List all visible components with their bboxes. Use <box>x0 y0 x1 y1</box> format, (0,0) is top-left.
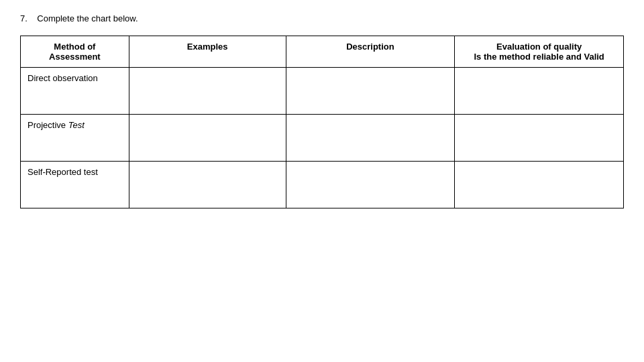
assessment-table: Method of Assessment Examples Descriptio… <box>20 36 624 208</box>
cell-examples-3 <box>129 162 286 208</box>
cell-evaluation-1 <box>455 68 624 115</box>
method-text-2-prefix: Projective <box>28 120 66 130</box>
table-row: Self-Reported test <box>21 162 624 208</box>
cell-evaluation-3 <box>455 162 624 208</box>
evaluation-line1: Evaluation of quality <box>496 42 582 52</box>
evaluation-line2: Is the method reliable and Valid <box>474 52 604 62</box>
instruction-text: 7. Complete the chart below. <box>20 13 624 23</box>
method-text-3: Self-Reported test <box>28 167 98 177</box>
instruction-number: 7. <box>20 13 28 23</box>
cell-evaluation-2 <box>455 115 624 162</box>
cell-method-1: Direct observation <box>21 68 129 115</box>
cell-description-3 <box>286 162 455 208</box>
method-text-2-italic: Test <box>66 120 85 130</box>
header-description: Description <box>286 36 455 68</box>
header-examples: Examples <box>129 36 286 68</box>
instruction-body: Complete the chart below. <box>37 13 138 23</box>
method-text-1: Direct observation <box>28 73 98 83</box>
table-row: Direct observation <box>21 68 624 115</box>
cell-examples-2 <box>129 115 286 162</box>
cell-description-1 <box>286 68 455 115</box>
cell-description-2 <box>286 115 455 162</box>
cell-method-3: Self-Reported test <box>21 162 129 208</box>
cell-examples-1 <box>129 68 286 115</box>
cell-method-2: Projective Test <box>21 115 129 162</box>
header-method: Method of Assessment <box>21 36 129 68</box>
header-evaluation: Evaluation of quality Is the method reli… <box>455 36 624 68</box>
table-header-row: Method of Assessment Examples Descriptio… <box>21 36 624 68</box>
table-row: Projective Test <box>21 115 624 162</box>
